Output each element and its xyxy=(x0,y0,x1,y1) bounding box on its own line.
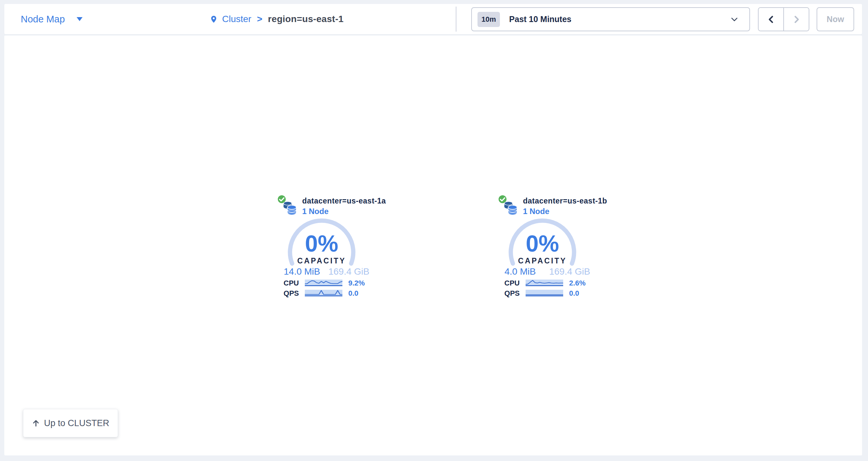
view-selector-label: Node Map xyxy=(21,14,65,25)
capacity-caption: CAPACITY xyxy=(499,257,586,265)
breadcrumb-cluster-link[interactable]: Cluster xyxy=(222,14,251,24)
node-map-canvas[interactable]: datacenter=us-east-1a 1 Node 0% CAPACITY… xyxy=(4,36,862,455)
capacity-used: 4.0 MiB xyxy=(504,266,536,277)
time-range-badge: 10m xyxy=(477,12,500,27)
up-to-cluster-label: Up to CLUSTER xyxy=(44,418,109,428)
locality-heading: datacenter=us-east-1b 1 Node xyxy=(523,196,607,216)
chevron-down-icon xyxy=(730,15,739,24)
qps-value: 0.0 xyxy=(348,290,359,297)
locality-node-count: 1 Node xyxy=(302,206,386,216)
qps-metric-row: QPS 0.0 xyxy=(278,290,373,297)
cpu-sparkline xyxy=(526,279,563,286)
cpu-value: 9.2% xyxy=(348,279,365,287)
breadcrumb-separator: > xyxy=(257,14,262,24)
locality-heading: datacenter=us-east-1a 1 Node xyxy=(302,196,386,216)
breadcrumb-current: region=us-east-1 xyxy=(268,14,344,24)
chevron-left-icon xyxy=(766,14,776,24)
cpu-value: 2.6% xyxy=(569,279,586,287)
time-nav-group xyxy=(758,7,809,31)
capacity-values-row: 14.0 MiB 169.4 GiB xyxy=(284,266,369,277)
locality-card-us-east-1a[interactable]: datacenter=us-east-1a 1 Node 0% CAPACITY… xyxy=(278,193,373,299)
qps-label: QPS xyxy=(499,290,520,297)
cpu-metric-row: CPU 9.2% xyxy=(278,279,373,287)
capacity-total: 169.4 GiB xyxy=(549,266,590,277)
time-range-label: Past 10 Minutes xyxy=(509,14,571,24)
capacity-total: 169.4 GiB xyxy=(328,266,369,277)
toolbar-divider xyxy=(456,7,457,32)
capacity-used: 14.0 MiB xyxy=(284,266,320,277)
capacity-caption: CAPACITY xyxy=(278,257,365,265)
view-selector-dropdown[interactable]: Node Map xyxy=(21,4,83,34)
locality-title: datacenter=us-east-1a xyxy=(302,196,386,206)
chevron-right-icon xyxy=(792,14,801,24)
caret-down-icon xyxy=(76,17,83,22)
database-stack-icon xyxy=(504,201,518,216)
qps-metric-row: QPS 0.0 xyxy=(499,290,593,297)
prev-interval-button[interactable] xyxy=(758,8,784,31)
locality-title: datacenter=us-east-1b xyxy=(523,196,607,206)
database-stack-icon xyxy=(283,201,297,216)
next-interval-button[interactable] xyxy=(784,8,809,31)
top-toolbar: Node Map Cluster > region=us-east-1 10m … xyxy=(4,4,862,34)
cpu-label: CPU xyxy=(278,279,299,287)
cpu-sparkline xyxy=(305,279,342,286)
up-to-cluster-button[interactable]: Up to CLUSTER xyxy=(23,409,118,437)
cpu-label: CPU xyxy=(499,279,520,287)
time-range-dropdown[interactable]: 10m Past 10 Minutes xyxy=(471,7,750,31)
locality-card-us-east-1b[interactable]: datacenter=us-east-1b 1 Node 0% CAPACITY… xyxy=(499,193,593,299)
cpu-metric-row: CPU 2.6% xyxy=(499,279,593,287)
qps-sparkline xyxy=(526,290,563,296)
qps-label: QPS xyxy=(278,290,299,297)
qps-value: 0.0 xyxy=(569,290,579,297)
capacity-values-row: 4.0 MiB 169.4 GiB xyxy=(504,266,590,277)
capacity-percent: 0% xyxy=(278,232,365,255)
breadcrumb: Cluster > region=us-east-1 xyxy=(210,4,344,34)
qps-sparkline xyxy=(305,290,342,296)
capacity-percent: 0% xyxy=(499,232,586,255)
arrow-up-icon xyxy=(32,419,40,427)
now-button[interactable]: Now xyxy=(816,7,854,31)
location-pin-icon xyxy=(210,14,217,24)
locality-node-count: 1 Node xyxy=(523,206,607,216)
